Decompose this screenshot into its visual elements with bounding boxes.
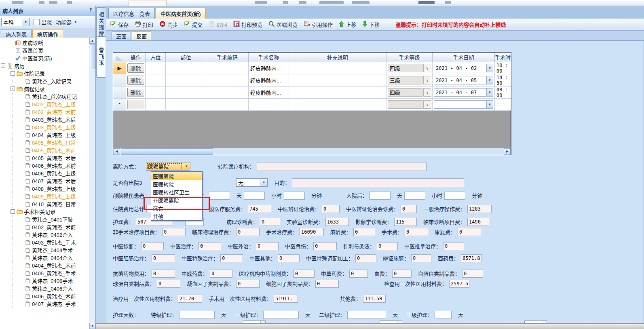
tree-item[interactable]: 中医首页(新): [0, 54, 89, 62]
field-value-input[interactable]: 0: [401, 205, 417, 213]
date-combo[interactable]: 2021 - 04 - 05▼: [434, 76, 493, 84]
grid-column-header[interactable]: 操作: [126, 53, 146, 62]
discharge-combo[interactable]: 医嘱离院▼: [146, 162, 190, 171]
field-blank-input[interactable]: [244, 192, 265, 200]
tree-item[interactable]: 0406_黄玮杰_术前: [0, 162, 89, 169]
field-blank-input[interactable]: [444, 192, 465, 200]
collapse-icon[interactable]: -: [11, 209, 15, 214]
date-cell[interactable]: 2021 - 04 - 07▼: [433, 86, 495, 98]
tree-item[interactable]: 0410_黄玮杰_日常: [0, 200, 89, 208]
field-value-input[interactable]: 1490: [467, 218, 489, 226]
tree-item[interactable]: -住院记录: [0, 70, 89, 77]
field-value-input[interactable]: 2597.5: [449, 280, 469, 288]
row-selector[interactable]: *: [113, 99, 126, 110]
surgery-code-cell[interactable]: [206, 99, 249, 110]
field-value-input[interactable]: 0: [392, 270, 412, 278]
scroll-down-icon[interactable]: ▼: [89, 323, 95, 329]
chevron-down-icon[interactable]: ▼: [486, 76, 493, 84]
note-cell[interactable]: [289, 62, 386, 74]
sidebar-tab-病历操作[interactable]: 病历操作: [32, 29, 63, 38]
tree-item[interactable]: 0406_黄玮杰_术前: [0, 292, 89, 300]
chevron-down-icon[interactable]: ▼: [486, 64, 493, 72]
field-blank-input[interactable]: [347, 311, 386, 319]
date-cell[interactable]: 2021 - 04 - 05▼: [433, 74, 495, 86]
field-value-input[interactable]: 0: [236, 228, 260, 236]
row-selector[interactable]: [113, 74, 126, 86]
field-value-input[interactable]: 0: [260, 218, 280, 226]
chevron-down-icon[interactable]: ∨: [423, 88, 431, 97]
tree-item[interactable]: 0407_黄玮杰_术后: [0, 177, 89, 185]
chevron-down-icon[interactable]: ▼: [486, 101, 493, 108]
field-value-input[interactable]: 0: [152, 270, 175, 278]
surgery-name-cell[interactable]: 经皮静脉内...: [249, 62, 289, 74]
doc-tab-医疗信息一览表[interactable]: 医疗信息一览表: [108, 8, 155, 19]
field-value-input[interactable]: 1283: [467, 205, 492, 213]
chevron-down-icon[interactable]: ▼: [183, 162, 190, 170]
chevron-down-icon[interactable]: ∨: [423, 76, 431, 84]
time-cell[interactable]: 14 : 30: [495, 74, 511, 86]
grade-cell[interactable]: 三级∨: [386, 74, 433, 86]
field-value-input[interactable]: 0: [458, 228, 481, 236]
sidebar-tab-病人列表[interactable]: 病人列表: [1, 29, 32, 38]
field-value-input[interactable]: 0: [256, 242, 279, 250]
surgery-name-cell[interactable]: [249, 99, 289, 110]
date-combo[interactable]: 2021 - 04 - 02▼: [434, 64, 493, 72]
grid-column-header[interactable]: 手术时: [495, 53, 511, 62]
field-value-input[interactable]: 111.58: [363, 295, 386, 303]
grade-combo-value[interactable]: [388, 100, 422, 109]
collapse-icon[interactable]: -: [1, 63, 5, 68]
tree-item[interactable]: 0403_黄玮杰_上级: [0, 123, 89, 131]
tree-item[interactable]: 0408_黄玮杰_上级: [0, 185, 89, 192]
grid-column-header[interactable]: 手术名称: [249, 53, 289, 62]
surgery-name-cell[interactable]: 经皮静脉内...: [249, 86, 289, 98]
submit-button[interactable]: 提交: [184, 21, 203, 28]
clipped-combo[interactable]: ▼: [380, 321, 402, 323]
scroll-up-icon[interactable]: ▲: [89, 38, 95, 44]
date-cell[interactable]: - -▼: [433, 99, 495, 110]
dropdown-item-医嘱转院[interactable]: 医嘱转院: [151, 180, 202, 188]
field-value-input[interactable]: 51911.: [274, 295, 298, 303]
discharge-checkbox[interactable]: [34, 19, 40, 25]
grid-cell[interactable]: [166, 62, 206, 74]
tree-item[interactable]: 0405_黄玮杰_日常: [0, 139, 89, 146]
field-blank-input[interactable]: [370, 192, 391, 200]
date-combo[interactable]: 2021 - 04 - 07▼: [434, 88, 493, 97]
time-cell[interactable]: :: [495, 99, 511, 110]
grid-cell[interactable]: [146, 74, 166, 86]
chevron-down-icon[interactable]: ∨: [423, 100, 431, 109]
grade-cell[interactable]: 四级∨: [386, 62, 433, 74]
note-cell[interactable]: [289, 74, 386, 86]
tree-item[interactable]: 黄玮杰_首次病程记: [0, 93, 89, 100]
print-button[interactable]: 打印: [135, 21, 153, 28]
tree-item[interactable]: 0407_黄玮杰_手术: [0, 300, 89, 308]
grid-cell[interactable]: [166, 74, 206, 86]
grade-cell[interactable]: ∨: [386, 99, 433, 110]
function-keys-label[interactable]: 功能键: [56, 18, 72, 26]
tree-item[interactable]: 0402_黄玮杰_术前: [0, 108, 89, 116]
tree-item[interactable]: -手术相关记录: [0, 208, 89, 215]
field-value-input[interactable]: 0: [462, 270, 483, 278]
tree-item[interactable]: 0403_黄玮杰_术后: [0, 116, 89, 123]
readmit-combo[interactable]: 无▼: [236, 178, 268, 187]
grid-column-header[interactable]: 手术等级: [386, 53, 433, 62]
field-value-input[interactable]: 0: [377, 242, 398, 250]
field-value-input[interactable]: 0: [278, 254, 300, 262]
note-cell[interactable]: [289, 86, 386, 98]
field-value-input[interactable]: 0: [198, 242, 221, 250]
tree-item[interactable]: 0409_黄玮杰_上级: [0, 192, 89, 200]
chevron-down-icon[interactable]: ▼: [22, 18, 29, 26]
grid-column-header[interactable]: 部位: [166, 53, 206, 62]
doctor-tab[interactable]: 曹飞玉: [96, 36, 106, 78]
field-value-input[interactable]: 0: [162, 228, 186, 236]
delete-button[interactable]: 删除: [127, 76, 144, 85]
order-browse-button[interactable]: 医嘱浏览: [268, 21, 298, 28]
grid-column-header[interactable]: 手术日期: [433, 53, 495, 62]
quote-action-button[interactable]: 引用操作: [304, 21, 333, 28]
field-value-input[interactable]: 0: [141, 242, 164, 250]
field-blank-input[interactable]: [284, 192, 305, 200]
grade-cell[interactable]: 四级∨: [386, 86, 433, 98]
chevron-down-icon[interactable]: ▼: [74, 20, 77, 24]
delete-button[interactable]: 删除: [127, 88, 144, 97]
field-value-input[interactable]: 745: [248, 205, 271, 213]
row-selector[interactable]: [113, 86, 126, 98]
